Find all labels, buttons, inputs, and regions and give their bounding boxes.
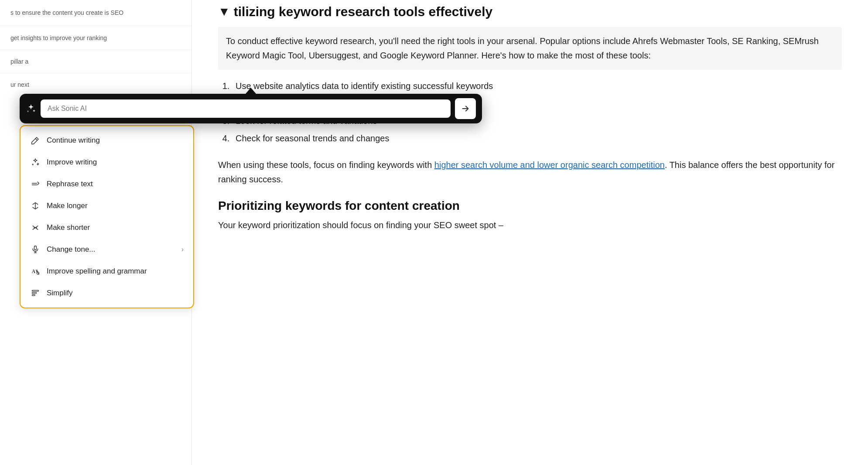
dropdown-item-change-tone[interactable]: Change tone... ›	[21, 239, 193, 260]
article-heading: ▼ tilizing keyword research tools effect…	[218, 4, 842, 19]
improve-writing-icon	[30, 157, 41, 168]
dropdown-item-make-longer[interactable]: Make longer	[21, 195, 193, 217]
sidebar-pillar-text: pillar a	[10, 58, 28, 65]
ai-dropdown-menu: Continue writing Improve writing Rephras…	[20, 125, 194, 308]
sidebar-item-insights: get insights to improve your ranking	[0, 26, 191, 50]
change-tone-label: Change tone...	[47, 245, 175, 254]
ai-search-input[interactable]	[41, 99, 451, 118]
dropdown-item-make-shorter[interactable]: Make shorter	[21, 217, 193, 239]
svg-rect-0	[34, 246, 37, 250]
sidebar-insights-label: get insights to improve your ranking	[10, 34, 107, 41]
ai-send-button[interactable]	[455, 98, 476, 119]
microphone-icon	[30, 244, 41, 255]
svg-rect-4	[32, 292, 37, 294]
ai-prompt-overlay: Continue writing Improve writing Rephras…	[20, 94, 482, 308]
svg-text:A: A	[32, 269, 36, 274]
rephrase-icon	[30, 179, 41, 189]
dropdown-item-improve-spelling[interactable]: A Improve spelling and grammar	[21, 260, 193, 282]
svg-rect-5	[32, 294, 35, 296]
dropdown-item-improve-writing[interactable]: Improve writing	[21, 151, 193, 173]
svg-rect-3	[32, 290, 39, 291]
sidebar-next-text: ur next	[10, 81, 29, 88]
spelling-icon: A	[30, 266, 41, 277]
heading-arrow-icon: ▼	[218, 5, 230, 19]
sidebar-text-0: s to ensure the content you create is SE…	[10, 9, 123, 16]
dropdown-item-continue-writing[interactable]: Continue writing	[21, 130, 193, 151]
pencil-icon	[30, 135, 41, 146]
simplify-label: Simplify	[47, 289, 184, 297]
improve-writing-label: Improve writing	[47, 158, 184, 167]
sidebar-item-0: s to ensure the content you create is SE…	[0, 0, 191, 26]
article-paragraph: To conduct effective keyword research, y…	[218, 27, 842, 70]
simplify-icon	[30, 288, 41, 298]
dropdown-item-rephrase-text[interactable]: Rephrase text	[21, 173, 193, 195]
make-longer-label: Make longer	[47, 202, 184, 210]
rephrase-text-label: Rephrase text	[47, 180, 184, 188]
dropdown-item-simplify[interactable]: Simplify	[21, 282, 193, 304]
make-shorter-icon	[30, 222, 41, 233]
make-longer-icon	[30, 201, 41, 211]
ai-prompt-bar	[20, 94, 482, 123]
make-shorter-label: Make shorter	[47, 223, 184, 232]
improve-spelling-label: Improve spelling and grammar	[47, 267, 184, 276]
change-tone-arrow-icon: ›	[181, 246, 184, 253]
list-item-0: Use website analytics data to identify e…	[232, 79, 842, 93]
article-heading-text: tilizing keyword research tools effectiv…	[234, 4, 493, 19]
sidebar-item-pillar: pillar a	[0, 50, 191, 73]
dropdown-arrow	[246, 88, 256, 94]
sparkle-icon	[26, 103, 36, 114]
continue-writing-label: Continue writing	[47, 136, 184, 145]
sidebar-item-next: ur next	[0, 73, 191, 96]
